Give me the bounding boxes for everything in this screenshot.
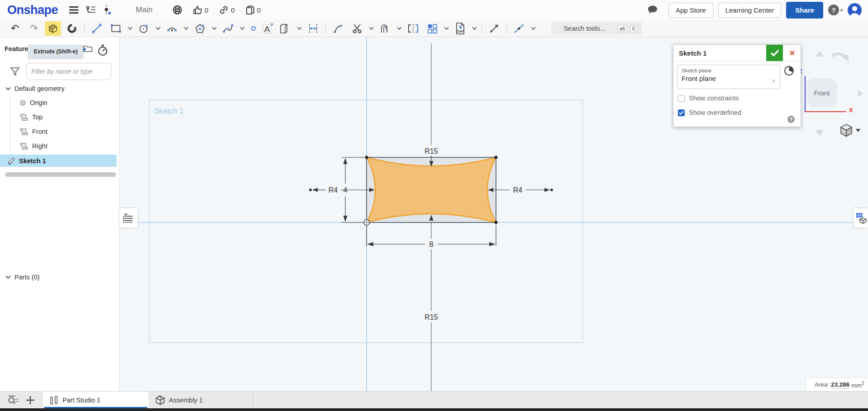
rectangle-dropdown[interactable] bbox=[125, 21, 134, 36]
tab-part-studio-1[interactable]: Part Studio 1 bbox=[43, 392, 148, 409]
line-tool[interactable] bbox=[87, 21, 106, 36]
tree-item-right[interactable]: Right bbox=[20, 142, 48, 150]
tree-item-origin[interactable]: Origin bbox=[20, 99, 48, 106]
circle-dropdown[interactable] bbox=[153, 21, 162, 36]
trim-dropdown[interactable] bbox=[367, 21, 376, 36]
undo-button[interactable]: ↶ bbox=[5, 21, 24, 36]
view-options-button[interactable] bbox=[839, 123, 860, 137]
sketch-plane-field[interactable]: Sketch plane Front plane × bbox=[677, 65, 780, 89]
pattern-dropdown[interactable] bbox=[442, 21, 451, 36]
slot-tool[interactable] bbox=[276, 21, 295, 36]
arc-dropdown[interactable] bbox=[181, 21, 191, 36]
filter-input[interactable] bbox=[26, 63, 111, 80]
show-overdefined-option[interactable]: Show overdefined bbox=[678, 109, 741, 116]
dimension-tool[interactable] bbox=[304, 21, 323, 36]
list-flyout-icon bbox=[123, 213, 134, 223]
rotate-clockwise-arrow[interactable] bbox=[830, 50, 851, 67]
origin-point[interactable] bbox=[364, 220, 369, 225]
onshape-logo[interactable]: Onshape bbox=[7, 3, 58, 17]
feedback-button[interactable] bbox=[646, 3, 660, 17]
spline-tool[interactable] bbox=[219, 21, 238, 36]
rotate-right-arrow[interactable] bbox=[858, 90, 863, 97]
point-icon bbox=[251, 26, 256, 31]
extrude-tool[interactable] bbox=[45, 21, 61, 36]
redo-icon: ↷ bbox=[30, 23, 38, 34]
bom-table-flyout-button[interactable] bbox=[853, 208, 868, 228]
new-tab-button[interactable] bbox=[24, 393, 37, 407]
kbd-alt: alt bbox=[617, 25, 627, 32]
new-folder-button[interactable] bbox=[83, 44, 93, 52]
polygon-dropdown[interactable] bbox=[210, 21, 219, 36]
insert-new-element-button[interactable] bbox=[101, 3, 115, 17]
fillet-tool[interactable] bbox=[329, 21, 348, 36]
share-button[interactable]: Share bbox=[786, 2, 823, 19]
tab-assembly-1[interactable]: Assembly 1 bbox=[148, 392, 253, 409]
clear-selection-icon[interactable]: × bbox=[772, 77, 776, 85]
sketch-vertex[interactable] bbox=[495, 156, 498, 159]
chevron-down-icon bbox=[128, 27, 133, 30]
tree-item-front[interactable]: Front bbox=[20, 128, 48, 135]
accept-button[interactable] bbox=[766, 45, 783, 61]
mirror-tool[interactable] bbox=[404, 21, 423, 36]
dialog-help-icon[interactable]: ? bbox=[787, 116, 795, 123]
versions-button[interactable] bbox=[84, 3, 98, 17]
redo-button[interactable]: ↷ bbox=[24, 21, 43, 36]
likes-stat[interactable]: 0 bbox=[193, 5, 208, 14]
tree-default-geometry[interactable]: Default geometry bbox=[5, 85, 64, 92]
polygon-tool[interactable] bbox=[191, 21, 210, 36]
selected-feature-label: Sketch 1 bbox=[19, 157, 46, 165]
chevron-down-icon bbox=[156, 27, 161, 30]
trim-tool[interactable] bbox=[348, 21, 367, 36]
user-avatar[interactable] bbox=[848, 3, 862, 17]
pattern-tool[interactable] bbox=[423, 21, 442, 36]
circle-tool[interactable] bbox=[134, 21, 153, 36]
dialog-history-button[interactable] bbox=[784, 66, 794, 76]
offset-dropdown[interactable] bbox=[395, 21, 404, 36]
show-overdefined-checkbox[interactable] bbox=[678, 109, 685, 116]
tree-item-top[interactable]: Top bbox=[20, 113, 43, 121]
import-dxf-dropdown[interactable] bbox=[470, 21, 479, 36]
links-stat[interactable]: 0 bbox=[219, 5, 234, 14]
measure-tool[interactable] bbox=[485, 21, 504, 36]
text-tool[interactable]: A bbox=[260, 21, 276, 36]
manage-tabs-button[interactable] bbox=[6, 393, 20, 407]
show-constraints-option[interactable]: Show constraints bbox=[678, 94, 739, 102]
constraint-dropdown[interactable] bbox=[529, 21, 538, 36]
copies-stat[interactable]: 0 bbox=[246, 5, 261, 15]
area-value[interactable]: 23.286 bbox=[831, 381, 849, 388]
main-menu-button[interactable] bbox=[67, 3, 81, 17]
sketch-vertex[interactable] bbox=[365, 156, 368, 159]
rollback-bar[interactable] bbox=[5, 172, 116, 177]
spline-dropdown[interactable] bbox=[238, 21, 247, 36]
workspace-name[interactable]: Main bbox=[136, 5, 153, 14]
show-constraints-checkbox[interactable] bbox=[678, 95, 685, 102]
rectangle-tool[interactable] bbox=[106, 21, 125, 36]
dialog-title: Sketch 1 bbox=[679, 49, 707, 57]
import-dxf-tool[interactable]: DXF bbox=[451, 21, 470, 36]
offset-tool[interactable] bbox=[376, 21, 395, 36]
cancel-button[interactable]: × bbox=[783, 45, 801, 61]
help-menu[interactable]: ? ▾ bbox=[828, 5, 843, 15]
arc-tool[interactable] bbox=[162, 21, 181, 36]
rotate-up-arrow[interactable] bbox=[816, 51, 824, 57]
sketch-vertex[interactable] bbox=[495, 221, 498, 224]
filter-icon[interactable] bbox=[10, 66, 20, 76]
filter-row bbox=[0, 62, 120, 81]
history-button[interactable] bbox=[97, 44, 108, 56]
parts-section[interactable]: Parts (0) bbox=[5, 274, 40, 281]
rotate-down-arrow[interactable] bbox=[816, 130, 824, 136]
constraint-tool[interactable] bbox=[510, 21, 529, 36]
tree-item-sketch1-selected[interactable]: Sketch 1 bbox=[0, 155, 117, 167]
dimension-radius-right[interactable]: R4 bbox=[488, 186, 553, 194]
search-tools-button[interactable]: Search tools... alt C bbox=[551, 22, 642, 35]
sketch-pillow-region[interactable] bbox=[367, 157, 496, 222]
point-tool[interactable] bbox=[247, 21, 260, 36]
view-cube-front-face[interactable]: Front bbox=[806, 78, 837, 107]
public-indicator[interactable] bbox=[172, 5, 182, 15]
slot-dropdown[interactable] bbox=[295, 21, 304, 36]
revolve-tool[interactable] bbox=[62, 21, 81, 36]
learning-center-button[interactable]: Learning Center bbox=[718, 3, 782, 18]
app-store-button[interactable]: App Store bbox=[668, 3, 713, 18]
feature-list-flyout-button[interactable] bbox=[119, 208, 138, 228]
chevron-down-icon bbox=[856, 129, 860, 132]
